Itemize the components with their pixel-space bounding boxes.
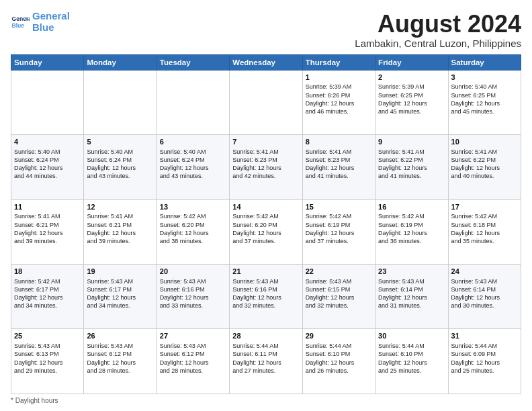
- day-info: and 37 minutes.: [232, 237, 299, 245]
- day-number: 3: [451, 73, 518, 83]
- day-info: Sunset: 6:23 PM: [232, 156, 299, 164]
- day-info: Daylight: 12 hours: [160, 164, 226, 172]
- day-info: and 29 minutes.: [14, 367, 81, 375]
- day-info: Sunrise: 5:40 AM: [87, 148, 153, 156]
- logo-line1: General: [32, 10, 70, 21]
- day-info: Daylight: 12 hours: [232, 359, 299, 367]
- calendar-cell: [157, 70, 229, 134]
- day-info: Daylight: 12 hours: [306, 229, 372, 237]
- day-info: and 25 minutes.: [378, 367, 445, 375]
- day-info: Sunset: 6:17 PM: [87, 285, 153, 293]
- day-info: Sunrise: 5:40 AM: [14, 148, 81, 156]
- day-info: Daylight: 12 hours: [378, 164, 445, 172]
- day-info: and 32 minutes.: [232, 302, 299, 310]
- day-number: 17: [451, 202, 518, 212]
- day-info: Daylight: 12 hours: [232, 229, 299, 237]
- day-info: Sunrise: 5:43 AM: [378, 277, 445, 285]
- day-info: Daylight: 12 hours: [306, 359, 372, 367]
- day-info: and 34 minutes.: [14, 302, 81, 310]
- day-info: Sunset: 6:21 PM: [87, 221, 153, 229]
- day-info: Daylight: 12 hours: [14, 293, 81, 302]
- day-info: Sunrise: 5:40 AM: [160, 148, 226, 156]
- day-info: and 25 minutes.: [451, 367, 518, 375]
- title-block: August 2024 Lambakin, Central Luzon, Phi…: [355, 11, 521, 49]
- header-row: SundayMondayTuesdayWednesdayThursdayFrid…: [11, 54, 521, 70]
- day-info: Sunset: 6:21 PM: [14, 221, 81, 229]
- day-number: 1: [306, 73, 372, 83]
- day-info: Sunrise: 5:44 AM: [378, 342, 445, 350]
- day-info: Daylight: 12 hours: [87, 293, 153, 302]
- day-info: Sunrise: 5:42 AM: [451, 212, 518, 220]
- day-info: and 35 minutes.: [451, 237, 518, 245]
- day-info: Daylight: 12 hours: [451, 164, 518, 172]
- day-info: Sunrise: 5:41 AM: [451, 148, 518, 156]
- col-header-thursday: Thursday: [302, 54, 375, 70]
- day-info: Daylight: 12 hours: [378, 99, 445, 107]
- week-row-4: 18Sunrise: 5:42 AMSunset: 6:17 PMDayligh…: [11, 265, 521, 329]
- day-info: and 41 minutes.: [378, 172, 445, 180]
- day-number: 27: [160, 331, 226, 341]
- week-row-5: 25Sunrise: 5:43 AMSunset: 6:13 PMDayligh…: [11, 329, 521, 394]
- day-info: Sunset: 6:24 PM: [160, 156, 226, 164]
- day-info: Sunrise: 5:43 AM: [306, 277, 372, 285]
- calendar-cell: 6Sunrise: 5:40 AMSunset: 6:24 PMDaylight…: [157, 135, 229, 199]
- day-info: and 34 minutes.: [87, 302, 153, 310]
- footer-note-text: Daylight hours: [15, 397, 58, 404]
- day-info: Sunrise: 5:43 AM: [451, 277, 518, 285]
- day-info: Sunset: 6:19 PM: [378, 221, 445, 229]
- calendar-table: SundayMondayTuesdayWednesdayThursdayFrid…: [11, 54, 521, 394]
- day-number: 30: [378, 331, 445, 341]
- calendar-cell: 27Sunrise: 5:43 AMSunset: 6:12 PMDayligh…: [157, 329, 229, 394]
- day-number: 10: [451, 137, 518, 147]
- footer-note: * Daylight hours: [11, 397, 521, 404]
- day-info: Sunset: 6:20 PM: [160, 221, 226, 229]
- calendar-cell: 9Sunrise: 5:41 AMSunset: 6:22 PMDaylight…: [375, 135, 448, 199]
- day-info: and 46 minutes.: [306, 107, 372, 116]
- day-info: and 44 minutes.: [14, 172, 81, 180]
- day-info: Daylight: 12 hours: [87, 359, 153, 367]
- day-number: 16: [378, 202, 445, 212]
- day-info: Sunset: 6:14 PM: [378, 285, 445, 293]
- day-info: Daylight: 12 hours: [232, 293, 299, 302]
- col-header-monday: Monday: [84, 54, 157, 70]
- day-info: Daylight: 12 hours: [160, 359, 226, 367]
- calendar-body: 1Sunrise: 5:39 AMSunset: 6:26 PMDaylight…: [11, 70, 521, 394]
- calendar-cell: 22Sunrise: 5:43 AMSunset: 6:15 PMDayligh…: [302, 265, 375, 329]
- day-info: Sunset: 6:25 PM: [451, 91, 518, 99]
- day-info: Daylight: 12 hours: [160, 293, 226, 302]
- day-info: Sunrise: 5:42 AM: [160, 212, 226, 220]
- day-info: Sunrise: 5:42 AM: [14, 277, 81, 285]
- calendar-cell: [84, 70, 157, 134]
- day-info: Sunrise: 5:43 AM: [160, 342, 226, 350]
- calendar-cell: 31Sunrise: 5:44 AMSunset: 6:09 PMDayligh…: [448, 329, 521, 394]
- day-info: Sunrise: 5:41 AM: [306, 148, 372, 156]
- calendar-cell: 19Sunrise: 5:43 AMSunset: 6:17 PMDayligh…: [84, 265, 157, 329]
- calendar-cell: 13Sunrise: 5:42 AMSunset: 6:20 PMDayligh…: [157, 199, 229, 264]
- day-info: Sunset: 6:12 PM: [160, 350, 226, 358]
- col-header-saturday: Saturday: [448, 54, 521, 70]
- day-info: Sunrise: 5:43 AM: [87, 342, 153, 350]
- calendar-cell: 18Sunrise: 5:42 AMSunset: 6:17 PMDayligh…: [11, 265, 84, 329]
- day-info: Sunset: 6:16 PM: [160, 285, 226, 293]
- day-info: Sunset: 6:22 PM: [451, 156, 518, 164]
- day-number: 8: [306, 137, 372, 147]
- calendar-cell: 28Sunrise: 5:44 AMSunset: 6:11 PMDayligh…: [230, 329, 302, 394]
- calendar-header: SundayMondayTuesdayWednesdayThursdayFrid…: [11, 54, 521, 70]
- day-number: 20: [160, 267, 226, 277]
- calendar-cell: [230, 70, 302, 134]
- day-info: and 41 minutes.: [306, 172, 372, 180]
- day-info: Daylight: 12 hours: [378, 293, 445, 302]
- day-info: Sunrise: 5:42 AM: [378, 212, 445, 220]
- logo: General Blue General Blue: [11, 11, 70, 33]
- day-info: Sunrise: 5:44 AM: [451, 342, 518, 350]
- calendar-cell: 15Sunrise: 5:42 AMSunset: 6:19 PMDayligh…: [302, 199, 375, 264]
- day-info: Sunset: 6:24 PM: [87, 156, 153, 164]
- day-number: 23: [378, 267, 445, 277]
- day-info: and 40 minutes.: [451, 172, 518, 180]
- day-info: Sunrise: 5:42 AM: [306, 212, 372, 220]
- day-info: Daylight: 12 hours: [14, 164, 81, 172]
- day-info: and 36 minutes.: [378, 237, 445, 245]
- day-info: Sunrise: 5:43 AM: [232, 277, 299, 285]
- calendar-cell: 30Sunrise: 5:44 AMSunset: 6:10 PMDayligh…: [375, 329, 448, 394]
- day-number: 14: [232, 202, 299, 212]
